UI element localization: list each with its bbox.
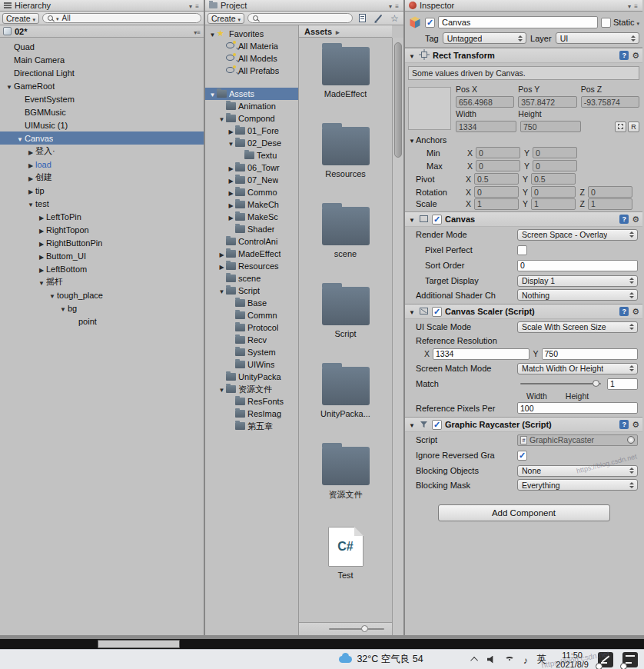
- panel-menu-icon[interactable]: [189, 1, 200, 10]
- blueprint-mode-button[interactable]: [615, 121, 626, 132]
- breadcrumb-label[interactable]: Assets: [304, 27, 332, 36]
- folder-item[interactable]: Recv: [205, 334, 298, 346]
- gameobject-name-field[interactable]: Canvas: [438, 16, 598, 28]
- hierarchy-item[interactable]: EventSystem: [0, 92, 204, 105]
- component-enabled-checkbox[interactable]: [432, 215, 442, 225]
- favor-item[interactable]: All Materia: [205, 40, 298, 52]
- hierarchy-item[interactable]: test: [0, 197, 204, 210]
- thumbnail-zoom-slider[interactable]: [329, 628, 384, 630]
- match-slider[interactable]: [520, 383, 601, 384]
- folder-item[interactable]: 第五章: [205, 420, 298, 432]
- hierarchy-item[interactable]: GameRoot: [0, 79, 204, 92]
- folder-item[interactable]: Protocol: [205, 321, 298, 334]
- hierarchy-item[interactable]: 创建: [0, 171, 204, 184]
- active-checkbox[interactable]: [425, 18, 435, 28]
- hierarchy-item[interactable]: tough_place: [0, 288, 204, 301]
- favor-item[interactable]: Favorites: [205, 28, 298, 40]
- gear-icon[interactable]: [632, 215, 639, 225]
- ime-keyboard-icon[interactable]: [622, 652, 638, 667]
- foldout-arrow-icon[interactable]: [48, 291, 57, 300]
- anchors-foldout[interactable]: Anchors: [405, 134, 642, 146]
- foldout-arrow-icon[interactable]: [58, 304, 68, 313]
- hierarchy-item[interactable]: bg: [0, 301, 204, 315]
- reference-resolution-y-field[interactable]: 750: [542, 348, 639, 360]
- panel-menu-icon[interactable]: [628, 1, 639, 10]
- asset-item[interactable]: scene: [299, 207, 392, 287]
- folder-item[interactable]: 资源文件: [205, 383, 298, 395]
- foldout-arrow-icon[interactable]: [217, 261, 226, 271]
- help-icon[interactable]: [619, 307, 629, 316]
- reference-pixels-field[interactable]: 100: [517, 402, 638, 414]
- foldout-arrow-icon[interactable]: [227, 126, 235, 135]
- hierarchy-item[interactable]: BGMMusic: [0, 105, 204, 118]
- help-icon[interactable]: [619, 420, 629, 429]
- screen-match-mode-dropdown[interactable]: Match Width Or Height: [517, 363, 638, 374]
- folder-item[interactable]: Compond: [205, 112, 298, 125]
- static-checkbox[interactable]: [601, 18, 611, 28]
- hierarchy-item[interactable]: UIMusic (1): [0, 118, 204, 131]
- foldout-arrow-icon[interactable]: [26, 186, 35, 195]
- graphic-raycaster-header[interactable]: Graphic Raycaster (Script): [405, 418, 642, 432]
- search-by-label-button[interactable]: [372, 12, 385, 24]
- foldout-arrow-icon[interactable]: [217, 249, 226, 258]
- panel-menu-icon[interactable]: [389, 1, 400, 10]
- target-display-dropdown[interactable]: Display 1: [517, 275, 638, 287]
- foldout-arrow-icon[interactable]: [5, 82, 14, 91]
- foldout-arrow-icon[interactable]: [37, 212, 46, 221]
- scene-options-icon[interactable]: [194, 27, 201, 36]
- folder-item[interactable]: 07_New: [205, 174, 298, 186]
- hierarchy-item[interactable]: load: [0, 158, 204, 171]
- gear-icon[interactable]: [632, 420, 639, 430]
- gear-icon[interactable]: [632, 307, 639, 317]
- anchor-preset-widget[interactable]: [408, 87, 451, 130]
- foldout-arrow-icon[interactable]: [37, 278, 46, 287]
- foldout-arrow-icon[interactable]: [227, 188, 235, 197]
- height-field[interactable]: 750: [520, 121, 581, 132]
- asset-item[interactable]: C# Test: [299, 527, 392, 607]
- foldout-arrow-icon[interactable]: [37, 238, 46, 248]
- scene-header[interactable]: 02*: [0, 25, 204, 38]
- asset-item[interactable]: 资源文件: [299, 447, 392, 527]
- static-caret-icon[interactable]: [636, 18, 639, 27]
- folder-item[interactable]: Base: [205, 297, 298, 309]
- folder-item[interactable]: MakeCh: [205, 198, 298, 211]
- add-component-button[interactable]: Add Component: [438, 504, 610, 521]
- component-enabled-checkbox[interactable]: [432, 420, 442, 430]
- scale-z-field[interactable]: 1: [588, 198, 632, 210]
- scale-x-field[interactable]: 1: [474, 198, 519, 210]
- folder-item[interactable]: System: [205, 346, 298, 358]
- rotation-x-field[interactable]: 0: [474, 186, 519, 198]
- hierarchy-item[interactable]: RightButtonPin: [0, 236, 204, 249]
- foldout-arrow-icon[interactable]: [37, 225, 46, 235]
- render-mode-dropdown[interactable]: Screen Space - Overlay: [517, 229, 638, 241]
- folder-item[interactable]: UnityPacka: [205, 371, 298, 383]
- foldout-arrow-icon[interactable]: [227, 138, 235, 148]
- anchor-max-y-field[interactable]: 0: [533, 160, 577, 171]
- match-value-field[interactable]: 1: [607, 378, 638, 390]
- folder-item[interactable]: scene: [205, 272, 298, 285]
- favor-item[interactable]: All Prefabs: [205, 65, 298, 77]
- pos-z-field[interactable]: -93.75874: [581, 96, 639, 108]
- hierarchy-item[interactable]: RightTopon: [0, 223, 204, 236]
- project-scrollbar[interactable]: [392, 38, 403, 635]
- canvas-scaler-header[interactable]: Canvas Scaler (Script): [405, 305, 642, 319]
- asset-item[interactable]: UnityPacka...: [299, 367, 392, 447]
- ime-handwriting-icon[interactable]: [598, 652, 613, 667]
- foldout-arrow-icon[interactable]: [408, 307, 416, 316]
- foldout-arrow-icon[interactable]: [408, 135, 416, 145]
- anchor-min-x-field[interactable]: 0: [476, 147, 520, 158]
- asset-item[interactable]: MadeEffect: [299, 47, 392, 127]
- folder-item[interactable]: 02_Dese: [205, 137, 298, 149]
- object-picker-icon[interactable]: [627, 436, 635, 444]
- pixel-perfect-checkbox[interactable]: [517, 245, 527, 255]
- rotation-y-field[interactable]: 0: [531, 186, 576, 198]
- reference-resolution-x-field[interactable]: 1334: [433, 348, 529, 360]
- foldout-arrow-icon[interactable]: [408, 420, 416, 429]
- scale-y-field[interactable]: 1: [531, 198, 576, 210]
- hierarchy-item[interactable]: LeftToPin: [0, 210, 204, 223]
- foldout-arrow-icon[interactable]: [208, 89, 217, 98]
- pos-x-field[interactable]: 656.4968: [456, 96, 514, 108]
- hierarchy-item[interactable]: point: [0, 315, 204, 328]
- asset-item[interactable]: Script: [299, 287, 392, 367]
- foldout-arrow-icon[interactable]: [408, 215, 416, 224]
